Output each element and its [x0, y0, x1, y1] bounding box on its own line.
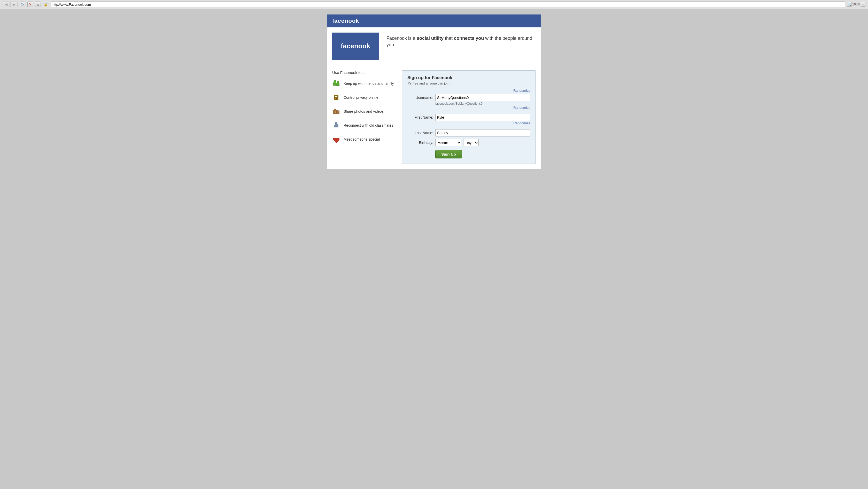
svg-rect-6	[336, 86, 340, 86]
username-url-hint: facenook.com/SoManyQuestions0	[435, 102, 530, 105]
svg-rect-22	[333, 138, 339, 140]
lastname-row: Last Name:	[407, 129, 530, 136]
zoom-in-icon: +	[862, 3, 864, 6]
svg-rect-15	[338, 110, 339, 111]
feature-item-privacy: Control privacy online	[332, 93, 394, 101]
signup-title: Sign up for Facenook	[407, 75, 530, 81]
svg-rect-4	[335, 82, 336, 83]
site-header-title: facenook	[332, 18, 359, 24]
top-section: facenook Facenook is a social utility th…	[332, 33, 536, 65]
svg-rect-16	[335, 122, 337, 124]
svg-rect-18	[334, 125, 336, 127]
back-button[interactable]: ◀	[3, 2, 10, 7]
feature-label-friends: Keep up with friends and family	[344, 81, 394, 86]
svg-rect-5	[333, 85, 337, 86]
svg-rect-25	[336, 142, 337, 143]
privacy-icon	[332, 93, 340, 101]
back-icon: ◀	[5, 3, 7, 6]
feature-label-privacy: Control privacy online	[344, 95, 378, 100]
page-wrapper: facenook facenook Facenook is a social u…	[0, 9, 868, 488]
signup-button[interactable]: Sign Up	[435, 150, 462, 158]
signup-section: Sign up for Facenook It's free and anyon…	[402, 70, 536, 164]
randomize-username-link[interactable]: Randomize	[513, 106, 530, 110]
feature-label-special: Meet someone special	[344, 137, 380, 142]
tagline-bold2: connects you	[454, 36, 484, 41]
tagline-bold1: social utility	[417, 36, 443, 41]
zoom-level: 100%	[852, 3, 860, 6]
svg-rect-10	[336, 98, 337, 99]
randomize-row-top: Randomize	[407, 88, 530, 93]
day-select[interactable]: Day: 1234 5678 9101112 13141516 17181920…	[463, 139, 479, 146]
feature-label-classmates: Reconnect with old classmates	[344, 123, 393, 128]
forward-icon: ▶	[13, 3, 15, 6]
url-text: http://www.Facenook.com	[53, 3, 91, 6]
site-header: facenook	[327, 14, 541, 27]
firstname-field-wrapper: Randomize	[435, 114, 530, 127]
randomize-row-username: Randomize	[435, 105, 530, 110]
main-content: facenook Facenook is a social utility th…	[327, 27, 541, 169]
forward-button[interactable]: ▶	[10, 2, 18, 7]
stop-button[interactable]: ✕	[27, 2, 33, 7]
zoom-out-icon: 🔍	[847, 3, 851, 6]
svg-rect-8	[335, 95, 338, 97]
site-container: facenook facenook Facenook is a social u…	[327, 14, 541, 169]
stop-icon: ✕	[29, 2, 32, 6]
month-select[interactable]: Month: January February March April May …	[435, 139, 461, 146]
randomize-top-link[interactable]: Randomize	[513, 89, 530, 93]
svg-point-14	[336, 111, 337, 113]
zoom-in-button[interactable]: +	[861, 2, 865, 7]
lastname-label: Last Name:	[407, 129, 433, 135]
birthday-label: Birthday:	[407, 141, 433, 145]
feature-label-photos: Share photos and videos	[344, 109, 383, 114]
firstname-row: First Name: Randomize	[407, 114, 530, 127]
features-title: Use Facenook to...	[332, 70, 394, 75]
home-button[interactable]: ⌂	[35, 2, 41, 7]
svg-rect-2	[337, 81, 339, 83]
username-input[interactable]	[435, 94, 530, 101]
logo-text: facenook	[341, 42, 370, 50]
randomize-firstname-link[interactable]: Randomize	[513, 121, 530, 125]
reload-icon: ↻	[21, 3, 24, 6]
birthday-row: Birthday: Month: January February March …	[407, 139, 530, 146]
address-bar[interactable]: http://www.Facenook.com	[51, 2, 845, 7]
signup-btn-row: Sign Up	[407, 150, 530, 158]
tagline-prefix: Facenook is a	[386, 36, 417, 41]
security-icon: 🔒	[43, 2, 49, 7]
lastname-field-wrapper	[435, 129, 530, 136]
zoom-controls: 🔍 100% +	[847, 2, 865, 7]
feature-item-friends: Keep up with friends and family	[332, 79, 394, 88]
firstname-input[interactable]	[435, 114, 530, 121]
friends-icon	[332, 79, 340, 88]
svg-rect-12	[334, 109, 336, 110]
heart-icon	[332, 135, 340, 144]
reload-button[interactable]: ↻	[20, 2, 25, 7]
browser-toolbar: ◀ ▶ ↻ ✕ ⌂ 🔒 http://www.Facenook.com 🔍 10…	[0, 0, 868, 9]
lastname-input[interactable]	[435, 129, 530, 136]
svg-rect-19	[337, 125, 338, 127]
randomize-row-firstname: Randomize	[435, 121, 530, 125]
username-label: Username:	[407, 94, 433, 100]
photos-icon	[332, 107, 340, 116]
zoom-out-button[interactable]: 🔍	[847, 2, 852, 7]
logo-box: facenook	[332, 33, 379, 60]
username-row: Username: facenook.com/SoManyQuestions0 …	[407, 94, 530, 111]
features-section: Use Facenook to...	[332, 70, 394, 149]
signup-subtitle: It's free and anyone can join.	[407, 82, 530, 85]
feature-item-classmates: Reconnect with old classmates	[332, 121, 394, 129]
home-icon: ⌂	[37, 3, 39, 6]
tagline: Facenook is a social utility that connec…	[386, 33, 536, 48]
nav-buttons: ◀ ▶	[3, 2, 18, 7]
feature-item-photos: Share photos and videos	[332, 107, 394, 116]
feature-item-special: Meet someone special	[332, 135, 394, 144]
tagline-middle: that	[443, 36, 454, 41]
classmates-icon	[332, 121, 340, 129]
birthday-selects: Month: January February March April May …	[435, 139, 479, 146]
firstname-label: First Name:	[407, 114, 433, 119]
bottom-section: Use Facenook to...	[332, 70, 536, 164]
svg-rect-23	[334, 140, 339, 142]
username-field-wrapper: facenook.com/SoManyQuestions0 Randomize	[435, 94, 530, 111]
